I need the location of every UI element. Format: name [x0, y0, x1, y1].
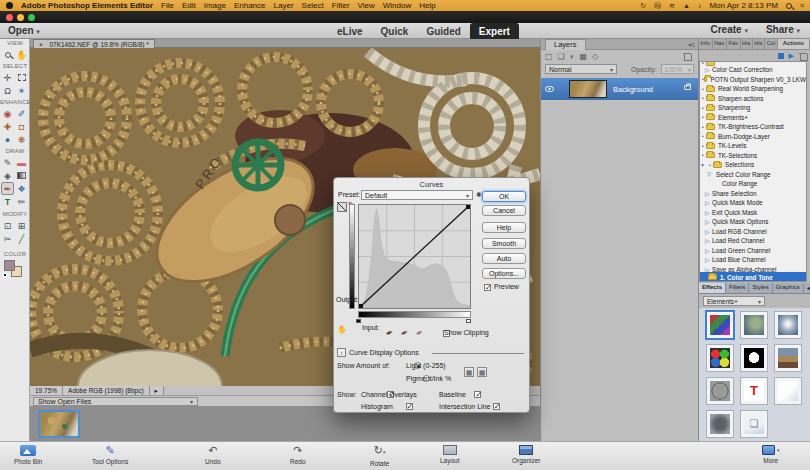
- more-button[interactable]: ▾ More: [762, 445, 780, 464]
- tab-info[interactable]: Info: [699, 39, 713, 49]
- action-item[interactable]: ▷Exit Quick Mask: [700, 208, 806, 218]
- menu-image[interactable]: Image: [204, 1, 226, 10]
- tab-navigator[interactable]: Nav: [713, 39, 727, 49]
- lasso-tool[interactable]: Ω: [1, 84, 14, 97]
- panel-menu-icon[interactable]: ▾≡: [688, 41, 695, 48]
- action-item[interactable]: •Real World Sharpening: [700, 84, 806, 94]
- effect-thumb-2[interactable]: [741, 312, 767, 338]
- effect-thumb-5[interactable]: [741, 345, 767, 371]
- tab-filters[interactable]: Filters: [726, 283, 749, 293]
- blur-tool[interactable]: ●: [1, 133, 14, 146]
- menu-enhance[interactable]: Enhance: [234, 1, 266, 10]
- white-eyedropper-icon[interactable]: ✒: [414, 327, 425, 339]
- bluetooth-icon[interactable]: ▲: [683, 2, 690, 9]
- type-tool[interactable]: T: [1, 195, 14, 208]
- eraser-tool[interactable]: ▬: [15, 156, 28, 169]
- rotate-button[interactable]: ↻▾ Rotate: [370, 445, 389, 467]
- notification-center-icon[interactable]: ≡: [800, 2, 804, 9]
- overflow-arrow-icon[interactable]: ◂: [804, 283, 810, 293]
- default-colors-icon[interactable]: [3, 273, 7, 277]
- preset-options-gear-icon[interactable]: ✱: [476, 191, 482, 199]
- tool-options-button[interactable]: ✎ Tool Options: [92, 445, 128, 465]
- tab-color-swatches[interactable]: Col: [765, 39, 778, 49]
- hand-scrub-icon[interactable]: ✋: [337, 325, 347, 334]
- pencil-tool[interactable]: ✏: [15, 195, 28, 208]
- marquee-tool[interactable]: [15, 71, 28, 84]
- effect-thumb-7[interactable]: [707, 378, 733, 404]
- tab-quick[interactable]: Quick: [372, 24, 418, 39]
- straighten-tool[interactable]: ╱: [15, 232, 28, 245]
- effect-thumb-4[interactable]: [707, 345, 733, 371]
- action-item[interactable]: •Sharpening: [700, 103, 806, 113]
- detailed-grid-button[interactable]: ▦: [477, 367, 487, 377]
- ok-button[interactable]: OK: [482, 191, 526, 202]
- effect-thumb-8[interactable]: T: [741, 378, 767, 404]
- layer-row-background[interactable]: Background: [541, 78, 699, 100]
- opacity-value[interactable]: 100% ▾: [661, 64, 694, 74]
- new-layer-icon[interactable]: ▢: [545, 52, 553, 61]
- effect-thumb-3[interactable]: [775, 312, 801, 338]
- action-item[interactable]: •POTN Output Sharpen V0_3 LKW: [700, 75, 806, 85]
- menu-edit[interactable]: Edit: [182, 1, 196, 10]
- action-item[interactable]: ▷Load Blue Channel: [700, 255, 806, 265]
- red-eye-tool[interactable]: ◉: [1, 107, 14, 120]
- tab-effects[interactable]: Effects: [699, 283, 726, 293]
- menu-filter[interactable]: Filter: [332, 1, 350, 10]
- gradient-tool[interactable]: [15, 169, 28, 182]
- menu-file[interactable]: File: [161, 1, 174, 10]
- quick-selection-tool[interactable]: ✶: [15, 84, 28, 97]
- crop-tool[interactable]: ⊡: [1, 219, 14, 232]
- action-item[interactable]: ▷Quick Mask Options: [700, 217, 806, 227]
- tab-guided[interactable]: Guided: [417, 24, 469, 39]
- curve-grid[interactable]: [358, 204, 471, 309]
- zoom-percent[interactable]: 19.75%: [30, 386, 63, 395]
- lock-layer-icon[interactable]: ◇: [592, 52, 598, 61]
- sync-icon[interactable]: ↻: [640, 2, 646, 10]
- layers-panel-tab[interactable]: Layers: [545, 39, 586, 50]
- tab-history[interactable]: His: [741, 39, 753, 49]
- menubar-clock[interactable]: Mon Apr 2 8:13 PM: [709, 1, 777, 10]
- tab-actions[interactable]: Actions: [778, 39, 810, 49]
- action-item[interactable]: Color Range: [700, 179, 806, 189]
- brush-tool[interactable]: ✎: [1, 156, 14, 169]
- new-group-icon[interactable]: ❏: [558, 52, 565, 61]
- close-window-button[interactable]: [6, 14, 13, 21]
- spotlight-icon[interactable]: [786, 3, 792, 9]
- preview-checkbox[interactable]: [484, 284, 491, 291]
- share-button[interactable]: Share ▾: [766, 24, 800, 35]
- whiten-teeth-tool[interactable]: ✐: [15, 107, 28, 120]
- action-item[interactable]: •Elements+: [700, 113, 806, 123]
- close-icon[interactable]: ×: [39, 41, 43, 48]
- curve-display-options-expander[interactable]: ↕: [337, 348, 346, 357]
- action-item-selected[interactable]: 1. Color and Tone: [700, 272, 806, 282]
- create-button[interactable]: Create ▾: [710, 24, 747, 35]
- menu-window[interactable]: Window: [383, 1, 411, 10]
- play-action-icon[interactable]: ▶: [789, 52, 794, 60]
- color-picker-tool[interactable]: ✒: [1, 182, 14, 195]
- auto-button[interactable]: Auto: [482, 253, 526, 264]
- layer-visibility-icon[interactable]: [545, 86, 554, 92]
- action-item[interactable]: •Burn-Dodge-Layer: [700, 132, 806, 142]
- zoom-tool[interactable]: [1, 48, 14, 61]
- show-open-files-select[interactable]: Show Open Files ▾: [33, 397, 198, 406]
- help-button[interactable]: Help: [482, 222, 526, 233]
- effect-thumb-6[interactable]: [775, 345, 801, 371]
- tab-favorites[interactable]: Fav: [727, 39, 741, 49]
- shape-tool[interactable]: ❖: [15, 182, 28, 195]
- tab-graphics[interactable]: Graphics: [773, 283, 804, 293]
- effect-thumb-11[interactable]: ❏: [741, 411, 767, 437]
- effect-thumb-1[interactable]: [707, 312, 733, 338]
- menu-select[interactable]: Select: [302, 1, 324, 10]
- delete-action-icon[interactable]: [799, 52, 807, 60]
- black-point-handle[interactable]: [356, 319, 361, 323]
- redo-button[interactable]: ↷ Redo: [290, 445, 306, 465]
- tab-elive[interactable]: eLive: [328, 24, 372, 39]
- effect-thumb-9[interactable]: [775, 378, 801, 404]
- histogram-checkbox[interactable]: [406, 403, 413, 410]
- blend-mode-select[interactable]: Normal ▾: [545, 64, 617, 74]
- spot-healing-tool[interactable]: ✚: [1, 120, 14, 133]
- layout-button[interactable]: Layout: [440, 445, 460, 464]
- apple-menu-icon[interactable]: [6, 2, 13, 9]
- cancel-button[interactable]: Cancel: [482, 205, 526, 216]
- tab-expert[interactable]: Expert: [470, 23, 519, 39]
